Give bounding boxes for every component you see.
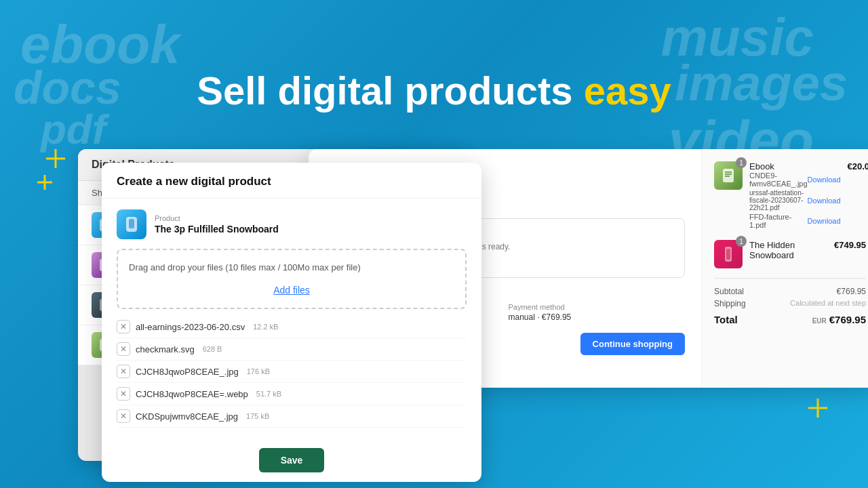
remove-file-button[interactable]: ✕ [117,365,130,378]
headline: Sell digital products easy [197,68,671,113]
product-name-col: Ebook CNDE9-fwmv8CEAE_.jpg Download urss… [749,161,841,230]
download-link[interactable]: Download [808,217,841,225]
remove-file-button[interactable]: ✕ [117,409,130,423]
sparkle-left-bottom-icon [37,175,52,190]
order-product-row: 1 The Hidden Snowboard €749.95 [714,240,866,268]
product-thumb-ebook: 1 [714,161,743,190]
dropzone[interactable]: Drag and drop your files (10 files max /… [117,249,467,309]
list-item: ✕ all-earnings-2023-06-20.csv 12.2 kB [117,316,467,338]
product-price: €749.95 [834,240,866,250]
download-file-row[interactable]: CNDE9-fwmv8CEAE_.jpg Download [749,171,841,188]
remove-file-button[interactable]: ✕ [117,387,130,401]
file-name: FFD-facture-1.pdf [749,213,808,229]
file-size: 628 B [203,345,222,353]
add-files-button[interactable]: Add files [129,281,454,300]
file-name: CKDSpujwmv8CEAE_.jpg [136,411,238,422]
remove-file-button[interactable]: ✕ [117,320,130,333]
sparkle-right-bottom-icon [808,399,827,418]
product-row: Product The 3p Fulfilled Snowboard [117,209,467,239]
ebook-product-icon [720,167,736,184]
file-size: 175 kB [246,412,269,420]
create-modal-title: Create a new digital product [102,163,481,199]
dropzone-label: Drag and drop your files (10 files max /… [129,262,454,272]
subtotal-label: Subtotal [714,287,744,296]
file-list: ✕ all-earnings-2023-06-20.csv 12.2 kB ✕ … [117,316,467,428]
payment-col: Payment method manual · €769.95 [509,303,686,322]
file-name: urssaf-attestation-fiscale-20230607-22h2… [749,189,808,211]
order-sidebar: 1 Ebook CNDE9-fwmv8CEAE_.jpg Download ur… [702,149,868,388]
shipping-row: Shipping Calculated at next step [714,299,866,308]
snowboard-thumb-icon [123,216,140,233]
divider [714,278,866,279]
svg-rect-22 [726,249,730,260]
bg-word-pdf: pdf [41,105,106,153]
file-name: CNDE9-fwmv8CEAE_.jpg [749,171,808,188]
currency-label: EUR [812,317,827,325]
product-title: The Hidden Snowboard [749,240,827,260]
save-button[interactable]: Save [259,448,325,472]
list-item: ✕ CKDSpujwmv8CEAE_.jpg 175 kB [117,405,467,428]
payment-label: Payment method [509,303,686,311]
headline-main: Sell digital products [197,68,583,113]
payment-value: manual · €769.95 [509,312,686,322]
shipping-label: Shipping [714,299,746,308]
file-name: all-earnings-2023-06-20.csv [136,322,245,332]
product-badge: 1 [736,236,747,247]
remove-file-button[interactable]: ✕ [117,342,130,356]
product-thumbnail [117,209,146,239]
shipping-value: Calculated at next step [790,299,866,308]
product-badge: 1 [736,157,747,168]
list-item: ✕ CJCH8JqwoP8CEAE=.webp 51.7 kB [117,383,467,405]
headline-accent: easy [584,68,671,113]
file-name: CJCH8JqwoP8CEAE=.webp [136,389,248,399]
file-size: 12.2 kB [253,323,278,331]
list-item: ✕ checkmark.svg 628 B [117,338,467,361]
bg-word-images: images [675,54,848,112]
content-area: Digital Products Showing 4 digital p... … [78,149,790,474]
create-modal: Create a new digital product Product The… [102,163,481,482]
product-name-col: The Hidden Snowboard [749,240,827,260]
sparkle-left-top-icon [46,149,65,168]
download-link[interactable]: Download [808,197,841,205]
svg-rect-16 [129,219,134,228]
file-name: CJCH8JqwoP8CEAE_.jpg [136,367,239,377]
file-name: checkmark.svg [136,344,195,354]
create-modal-body: Product The 3p Fulfilled Snowboard Drag … [102,199,481,439]
download-link[interactable]: Download [808,176,841,184]
total-value: €769.95 [829,314,866,325]
product-price: €20.00 [848,161,868,171]
subtotal-value: €769.95 [837,287,866,296]
snowboard-product-icon [720,246,736,262]
file-size: 51.7 kB [256,390,281,398]
subtotal-row: Subtotal €769.95 [714,287,866,296]
download-file-row[interactable]: urssaf-attestation-fiscale-20230607-22h2… [749,189,841,211]
file-size: 176 kB [247,367,270,375]
product-info: Product The 3p Fulfilled Snowboard [155,214,279,235]
product-label: Product [155,214,279,222]
total-row: Total EUR€769.95 [714,314,866,325]
list-item: ✕ CJCH8JqwoP8CEAE_.jpg 176 kB [117,361,467,383]
total-label: Total [714,314,738,325]
svg-rect-17 [723,169,734,182]
product-thumb-snowboard: 1 [714,240,743,268]
product-title: Ebook [749,161,841,171]
download-file-row[interactable]: FFD-facture-1.pdf Download [749,213,841,229]
total-amount: EUR€769.95 [812,314,866,325]
continue-shopping-button[interactable]: Continue shopping [580,333,685,355]
product-name: The 3p Fulfilled Snowboard [155,224,279,235]
order-product-row: 1 Ebook CNDE9-fwmv8CEAE_.jpg Download ur… [714,161,866,230]
